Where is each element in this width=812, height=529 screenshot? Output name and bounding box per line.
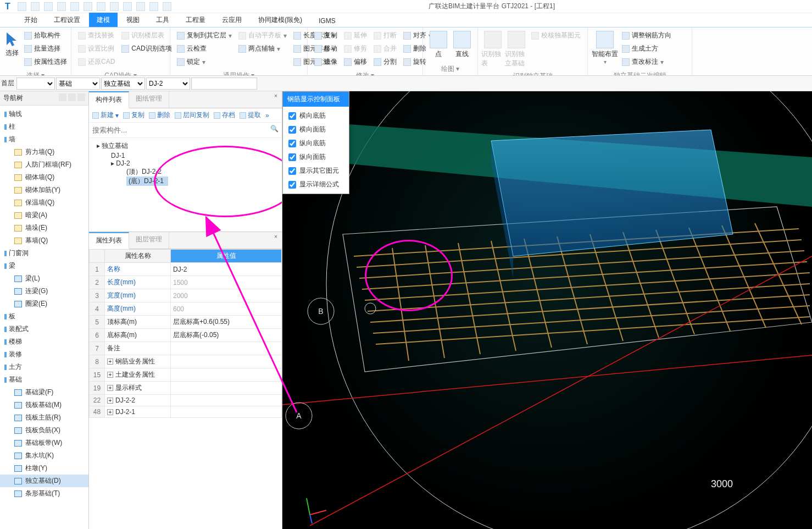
category-select[interactable]: 基础 [56,78,100,90]
rebar-checkbox[interactable]: 显示详细公式 [288,180,343,189]
tab-igms[interactable]: IGMS [311,14,343,27]
nav-item[interactable]: 幕墙(Q) [0,234,88,247]
qat-icon-11[interactable] [149,2,158,11]
checkbox[interactable] [288,112,296,120]
floor-select[interactable] [16,78,55,90]
tree-dj2-1[interactable]: (底）DJ-2-1 [126,177,168,186]
tab-start[interactable]: 开始 [16,13,45,27]
select-by-prop-button[interactable]: 按属性选择 [22,56,69,68]
rebar-checkbox[interactable]: 横向面筋 [288,125,343,134]
more-button[interactable]: » [265,112,269,119]
archive-button[interactable]: 存档 [214,111,235,120]
nav-item[interactable]: 独立基础(D) [0,475,88,487]
close-prop-icon[interactable]: × [272,233,280,241]
move-button[interactable]: 移动 [312,43,340,54]
offset-button[interactable]: 偏移 [342,56,369,68]
tree-dj1[interactable]: DJ-1 [89,152,282,159]
type-select[interactable]: 独立基础 [101,78,145,90]
component-select[interactable]: DJ-2 [146,78,190,90]
qat-icon-6[interactable] [84,2,92,11]
new-button[interactable]: 新建 ▾ [92,111,119,120]
nav-cat-prefab[interactable]: 装配式 [0,323,88,335]
qat-icon-12[interactable] [163,2,171,11]
checkbox[interactable] [288,181,296,189]
table-row[interactable]: 19+显示样式 [90,382,282,395]
tab-cloud[interactable]: 云应用 [214,13,249,27]
search-icon[interactable]: 🔍 [270,125,279,133]
qat-open-icon[interactable] [31,2,40,11]
viewport-3d[interactable]: B A 3000 钢筋显示控制面板 横向底筋 横向面筋 纵向底筋 纵向面筋 显示… [282,91,812,529]
nav-item[interactable]: 连梁(G) [0,285,88,297]
batch-select-button[interactable]: 批量选择 [22,43,69,54]
tab-view[interactable]: 视图 [119,13,147,27]
table-row[interactable]: 15+土建业务属性 [90,368,282,382]
nav-item[interactable]: 人防门框墙(RF) [0,158,88,171]
nav-tree[interactable]: 轴线柱墙剪力墙(Q)人防门框墙(RF)砌体墙(Q)砌体加筋(Y)保温墙(Q)暗梁… [0,106,88,529]
table-row[interactable]: 3宽度(mm)2000 [90,289,282,302]
component-tree[interactable]: ▸ 独立基础 DJ-1 ▸ DJ-2 (顶）DJ-2-2 (底）DJ-2-1 [89,138,282,232]
nav-item[interactable]: 砌体加筋(Y) [0,184,88,196]
qat-redo-icon[interactable] [70,2,79,11]
rebar-checkbox[interactable]: 显示其它图元 [288,166,343,175]
table-row[interactable]: 2长度(mm)1500 [90,276,282,289]
tab-collab[interactable]: 协同建模(限免) [251,13,310,27]
table-row[interactable]: 7备注 [90,342,282,355]
select-button[interactable]: 选择 [3,30,21,58]
checkbox[interactable] [288,153,296,161]
tab-component-list[interactable]: 构件列表 [89,91,129,108]
tab-layer-mgmt[interactable]: 图层管理 [129,232,169,249]
floor-copy-button[interactable]: 层间复制 [175,111,209,120]
tab-drawing-mgmt[interactable]: 图纸管理 [129,91,169,108]
qat-icon-9[interactable] [123,2,132,11]
qat-icon-7[interactable] [97,2,105,11]
qat-icon-8[interactable] [110,2,119,11]
nav-cat-col[interactable]: 柱 [0,120,88,133]
nav-cat-slab[interactable]: 板 [0,310,88,323]
nav-item[interactable]: 保温墙(Q) [0,196,88,209]
line-button[interactable]: 直线 [451,30,475,59]
tree-root[interactable]: ▸ 独立基础 [89,140,282,152]
close-panel-icon[interactable]: × [272,92,280,100]
pick-component-button[interactable]: 拾取构件 [22,30,69,41]
copy-button[interactable]: 复制 [312,30,340,41]
nav-tool-1-icon[interactable] [59,93,66,101]
split-button[interactable]: 分割 [371,56,399,68]
nav-cat-beam[interactable]: 梁 [0,260,88,272]
nav-item[interactable]: 筏板主筋(R) [0,411,88,424]
table-row[interactable]: 22+DJ-2-2 [90,395,282,406]
table-row[interactable]: 5顶标高(m)层底标高+0.6(0.55) [90,316,282,329]
table-row[interactable]: 8+钢筋业务属性 [90,355,282,368]
tab-tools[interactable]: 工具 [148,13,177,27]
nav-item[interactable]: 条形基础(T) [0,487,88,500]
checkbox[interactable] [288,126,296,134]
copy-to-floor-button[interactable]: 复制到其它层 [175,30,234,41]
extract-button[interactable]: 提取 [240,111,261,120]
point-button[interactable]: 点 [426,30,451,59]
tab-modeling[interactable]: 建模 [89,13,118,27]
rebar-checkbox[interactable]: 纵向面筋 [288,152,343,162]
delete-comp-button[interactable]: 删除 [149,111,170,120]
rebar-control-panel[interactable]: 钢筋显示控制面板 横向底筋 横向面筋 纵向底筋 纵向面筋 显示其它图元 显示详细… [282,91,349,194]
aux-input[interactable] [191,78,257,90]
nav-item[interactable]: 集水坑(K) [0,449,88,462]
nav-cat-found[interactable]: 基础 [0,373,88,386]
nav-cat-stair[interactable]: 楼梯 [0,335,88,348]
table-row[interactable]: 6底标高(m)层底标高(-0.05) [90,329,282,342]
nav-tool-2-icon[interactable] [68,93,76,101]
nav-cat-wall[interactable]: 墙 [0,133,88,146]
rebar-checkbox[interactable]: 纵向底筋 [288,139,343,148]
rebar-checkbox[interactable]: 横向底筋 [288,111,343,120]
qat-icon-10[interactable] [136,2,145,11]
nav-cat-opening[interactable]: 门窗洞 [0,247,88,260]
two-point-axis-button[interactable]: 两点辅轴 [236,43,289,54]
mirror-button[interactable]: 镜像 [312,56,340,68]
nav-item[interactable]: 筏板基础(M) [0,399,88,411]
tab-quantity[interactable]: 工程量 [178,13,213,27]
nav-tool-3-icon[interactable] [77,93,85,101]
smart-layout-button[interactable]: 智能布置▾ [591,30,619,65]
table-row[interactable]: 1名称DJ-2 [90,263,282,276]
nav-item[interactable]: 基础板带(W) [0,437,88,449]
qat-save-icon[interactable] [44,2,53,11]
nav-cat-deco[interactable]: 装修 [0,348,88,361]
nav-cat-earth[interactable]: 土方 [0,361,88,373]
